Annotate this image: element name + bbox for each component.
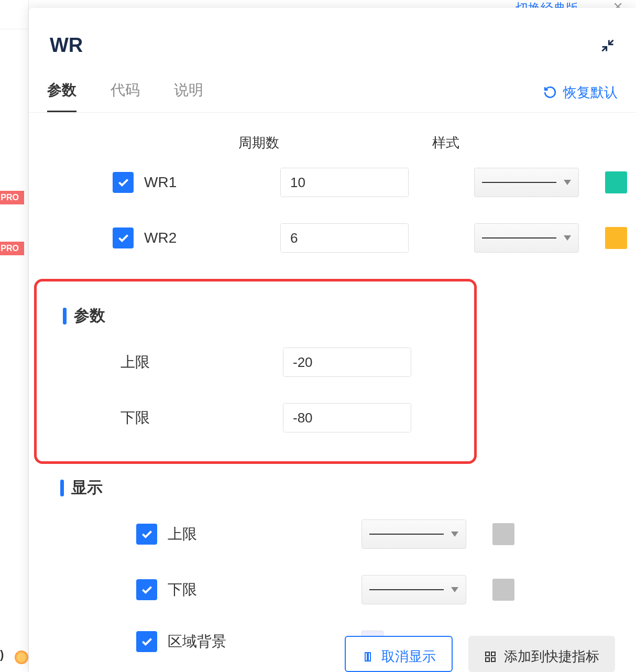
params-section-highlighted: 参数 上限 下限 bbox=[34, 279, 477, 464]
row-wr1: WR1 bbox=[113, 168, 615, 197]
wr1-period-input[interactable] bbox=[281, 168, 409, 197]
svg-rect-17 bbox=[491, 658, 495, 662]
collapse-icon[interactable] bbox=[600, 38, 615, 53]
indicator-settings-modal: WR 参数 代码 说明 恢复默认 周期数 样式 bbox=[29, 8, 636, 672]
upper-limit-label: 上限 bbox=[120, 352, 283, 372]
upper-limit-input[interactable] bbox=[283, 348, 411, 376]
lower-limit-input[interactable] bbox=[283, 404, 411, 432]
cancel-display-button[interactable]: 取消显示 bbox=[345, 636, 453, 672]
lower-limit-label: 下限 bbox=[120, 408, 283, 428]
svg-rect-16 bbox=[486, 658, 489, 662]
add-shortcut-button[interactable]: 添加到快捷指标 bbox=[468, 636, 615, 672]
checkbox-wr2[interactable] bbox=[113, 227, 134, 248]
column-style-label: 样式 bbox=[432, 134, 563, 152]
row-display-lower: 下限 bbox=[136, 575, 615, 604]
wr1-label: WR1 bbox=[144, 174, 280, 191]
modal-title: WR bbox=[50, 34, 83, 57]
tab-description[interactable]: 说明 bbox=[174, 72, 203, 112]
section-display-label: 显示 bbox=[71, 477, 103, 498]
display-lower-label: 下限 bbox=[168, 580, 361, 600]
reset-defaults-button[interactable]: 恢复默认 bbox=[543, 83, 618, 102]
display-lower-style-select[interactable] bbox=[361, 575, 466, 604]
wr1-color-picker[interactable] bbox=[605, 171, 627, 193]
chevron-down-icon bbox=[451, 587, 458, 592]
display-upper-color-picker[interactable] bbox=[492, 523, 514, 545]
add-shortcut-label: 添加到快捷指标 bbox=[504, 647, 599, 666]
bottom-left-text: ) bbox=[0, 648, 4, 662]
svg-marker-11 bbox=[451, 587, 458, 592]
checkbox-wr1[interactable] bbox=[113, 172, 134, 193]
display-upper-label: 上限 bbox=[168, 524, 361, 544]
section-params-label: 参数 bbox=[74, 305, 105, 327]
pro-badge: PRO bbox=[0, 191, 24, 204]
wr2-style-select[interactable] bbox=[474, 223, 579, 253]
cancel-display-label: 取消显示 bbox=[381, 647, 436, 666]
svg-rect-15 bbox=[491, 652, 495, 656]
wr2-label: WR2 bbox=[144, 230, 280, 246]
display-lower-color-picker[interactable] bbox=[492, 579, 514, 601]
row-wr2: WR2 bbox=[113, 223, 615, 253]
tab-code[interactable]: 代码 bbox=[111, 72, 140, 112]
reset-defaults-label: 恢复默认 bbox=[563, 83, 618, 102]
checkbox-display-lower[interactable] bbox=[136, 579, 157, 600]
tab-params[interactable]: 参数 bbox=[47, 72, 76, 112]
pro-badge: PRO bbox=[0, 242, 24, 255]
svg-marker-2 bbox=[564, 180, 571, 185]
svg-marker-5 bbox=[564, 235, 571, 241]
wr1-period-input-group bbox=[280, 168, 409, 197]
chevron-down-icon bbox=[451, 532, 458, 537]
display-upper-style-select[interactable] bbox=[361, 519, 466, 549]
upper-limit-input-group bbox=[283, 348, 411, 377]
wr2-period-input[interactable] bbox=[281, 224, 409, 252]
emoji-icon bbox=[15, 651, 28, 664]
wr2-color-picker[interactable] bbox=[605, 227, 627, 249]
svg-rect-14 bbox=[486, 652, 489, 656]
checkbox-display-area-bg[interactable] bbox=[136, 631, 157, 652]
chevron-down-icon bbox=[564, 180, 571, 185]
left-sidebar: PRO PRO bbox=[0, 0, 29, 672]
row-display-upper: 上限 bbox=[136, 519, 615, 549]
checkbox-display-upper[interactable] bbox=[136, 524, 157, 545]
display-area-bg-label: 区域背景 bbox=[168, 632, 361, 652]
svg-rect-13 bbox=[368, 653, 370, 661]
wr2-period-input-group bbox=[280, 223, 409, 253]
svg-rect-12 bbox=[365, 653, 367, 661]
wr1-style-select[interactable] bbox=[474, 168, 579, 197]
lower-limit-input-group bbox=[283, 403, 411, 432]
svg-marker-10 bbox=[451, 532, 458, 537]
chevron-down-icon bbox=[564, 235, 571, 241]
column-period-label: 周期数 bbox=[238, 134, 432, 152]
